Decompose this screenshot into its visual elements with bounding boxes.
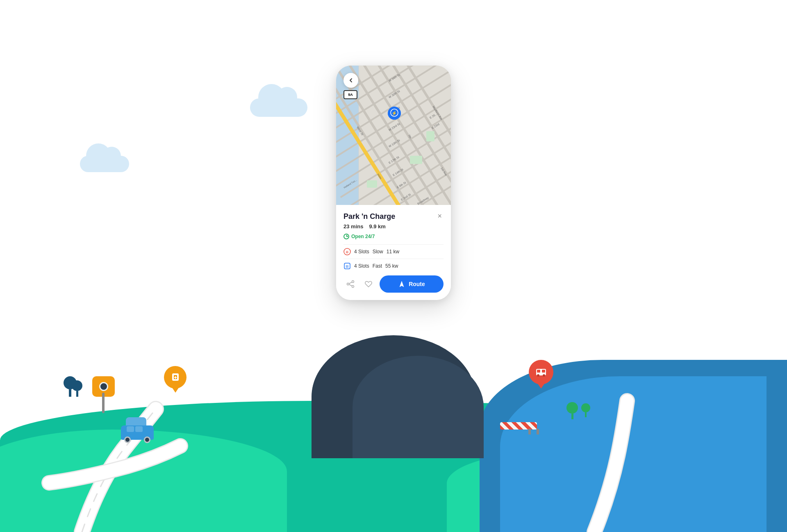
route-button[interactable]: Route — [380, 275, 444, 293]
svg-line-64 — [349, 284, 352, 286]
slow-charger-speed: Slow — [373, 249, 383, 255]
slow-charger-kw: 11 kw — [387, 249, 399, 255]
fast-charger-speed: Fast — [373, 263, 382, 269]
camera-lens-icon — [99, 382, 108, 391]
svg-point-61 — [347, 283, 349, 285]
map-area: W 34th St W 30th St W 26th St W 23rd St … — [336, 66, 451, 205]
svg-rect-33 — [426, 131, 434, 141]
navigation-icon — [398, 280, 405, 288]
route-badge: 9A — [343, 90, 357, 99]
svg-point-60 — [352, 281, 354, 283]
action-bar: Route — [343, 275, 444, 293]
fast-charger-slots: 4 Slots — [354, 263, 369, 269]
svg-point-62 — [352, 286, 354, 288]
cloud-left — [80, 156, 129, 172]
travel-distance: 9.9 km — [369, 223, 385, 230]
fast-charger-kw: 55 kw — [385, 263, 398, 269]
close-button[interactable]: × — [436, 212, 444, 220]
travel-time: 23 mins — [343, 223, 363, 230]
fast-charger-icon: ⊞ — [343, 262, 351, 270]
favourite-button[interactable] — [362, 277, 375, 291]
charge-pin-icon — [164, 366, 187, 389]
electric-car — [121, 425, 154, 440]
svg-rect-32 — [410, 156, 422, 164]
charger-row-1: ⊕ 4 Slots Slow 11 kw — [343, 248, 444, 255]
divider-1 — [343, 244, 444, 245]
clock-icon — [343, 234, 349, 239]
svg-point-8 — [543, 374, 545, 377]
svg-text:⚡: ⚡ — [391, 110, 397, 116]
open-status-label: Open 24/7 — [351, 234, 375, 239]
tree-dark-2 — [72, 380, 82, 397]
charger-row-2: ⊞ 4 Slots Fast 55 kw — [343, 262, 444, 270]
svg-rect-34 — [367, 180, 377, 188]
slow-charger-icon: ⊕ — [343, 248, 351, 255]
svg-rect-6 — [542, 370, 545, 373]
svg-rect-5 — [537, 370, 540, 373]
svg-text:⊞: ⊞ — [346, 264, 349, 268]
back-button[interactable] — [343, 73, 358, 88]
slow-charger-slots: 4 Slots — [354, 249, 369, 255]
svg-text:⊕: ⊕ — [346, 250, 349, 254]
tree-right-2 — [581, 403, 590, 417]
tree-right-1 — [566, 402, 578, 419]
route-button-label: Route — [409, 281, 425, 287]
route-badge-label: 9A — [348, 93, 353, 97]
cloud-right — [250, 98, 307, 117]
share-button[interactable] — [343, 277, 357, 291]
svg-line-63 — [349, 282, 352, 284]
map-charging-pin: ⚡ — [388, 107, 401, 122]
info-panel: Park 'n Charge × 23 mins 9.9 km Open 24/… — [336, 205, 451, 300]
open-status: Open 24/7 — [343, 234, 444, 239]
svg-point-7 — [537, 374, 539, 377]
phone-mockup: W 34th St W 30th St W 26th St W 23rd St … — [336, 66, 451, 300]
divider-2 — [343, 259, 444, 259]
station-name: Park 'n Charge — [343, 212, 395, 221]
travel-info: 23 mins 9.9 km — [343, 223, 444, 230]
bus-pin — [529, 360, 553, 384]
road-barrier — [500, 422, 537, 430]
